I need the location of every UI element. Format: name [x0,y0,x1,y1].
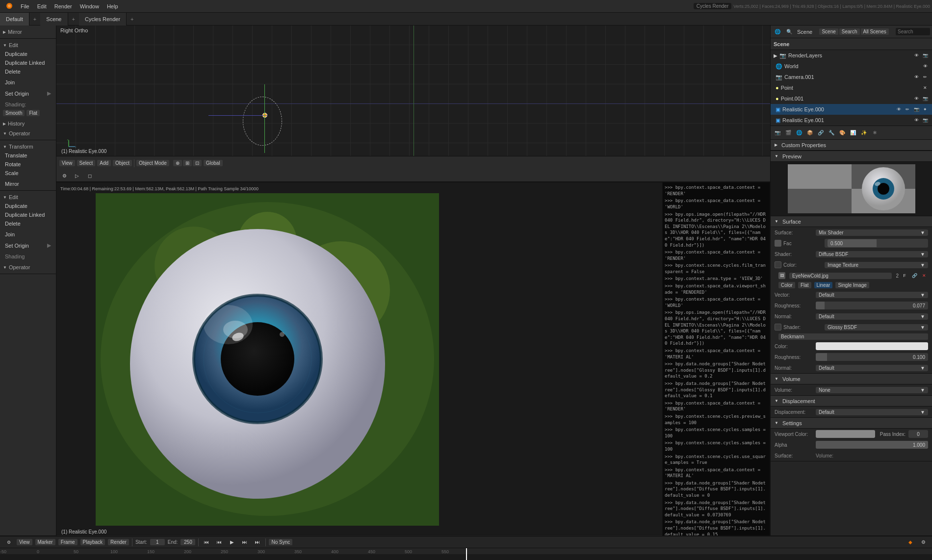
prop-texture-file-dropdown[interactable]: EyeNewCold.jpg [789,273,892,279]
tab-cycles[interactable]: Cycles Render [79,13,127,25]
menu-window[interactable]: Window [76,2,103,10]
prop-shader1-dropdown[interactable]: Diffuse BSDF ▼ [816,251,928,257]
prop-texture-edit-btn[interactable]: F [901,272,908,280]
outliner-action-pencil-5[interactable]: ✏ [904,105,911,113]
prop-flat-sub-btn[interactable]: Flat [798,282,811,288]
prop-color2-chip[interactable] [816,342,928,350]
timeline-step-back[interactable]: ⏮ [214,537,224,547]
menu-render[interactable]: Render [51,2,76,10]
timeline-end-val[interactable]: 250 [181,539,195,545]
sidebar-operator-top-header[interactable]: ▼ Operator [0,129,56,138]
timeline-track[interactable]: -50050100150200250300350400450500550 [0,548,932,560]
outliner-item-world[interactable]: 🌐 World 👁 [771,61,932,72]
sidebar-item-duplicate[interactable]: Duplicate [0,50,56,58]
rp-tab-scene[interactable]: Scene [819,28,838,35]
prop-volume-header[interactable]: ▼ Volume [771,374,932,384]
outliner-action-eye-2[interactable]: 👁 [912,73,920,81]
timeline-settings-icon[interactable]: ⚙ [918,537,928,547]
prop-fac-value[interactable]: 0.500 [825,239,928,248]
timeline-frame-btn[interactable]: Frame [58,539,78,545]
timeline-play[interactable]: ▶ [227,537,237,547]
top-global-btn[interactable]: Global [204,160,223,166]
tab-add-scene[interactable]: + [68,16,79,22]
prop-linear-sub-btn[interactable]: Linear [814,282,833,288]
timeline-skip-end[interactable]: ⏭ [253,537,262,547]
prop-icon-modifiers[interactable]: 🔧 [827,128,836,138]
prop-vector-dropdown[interactable]: Default ▼ [816,292,928,298]
timeline-view-btn[interactable]: View [17,539,32,545]
top-header-icon-1[interactable]: ⚙ [59,171,69,180]
outliner-item-point[interactable]: ● Point ✕ [771,82,932,93]
prop-surface-dropdown[interactable]: Mix Shader ▼ [816,229,928,236]
sidebar-item-join-bottom[interactable]: Join [0,230,56,239]
sidebar-item-rotate[interactable]: Rotate [0,160,56,169]
prop-icon-physics[interactable]: ⚛ [870,128,880,138]
texture-preview-icon[interactable]: 🖼 [778,272,785,279]
timeline-icon1[interactable]: ⚙ [4,537,14,547]
prop-icon-object[interactable]: 📦 [805,128,815,138]
sidebar-btn-smooth[interactable]: Smooth [3,110,25,116]
prop-shader2-dropdown[interactable]: Glossy BSDF ▼ [825,324,928,331]
sidebar-item-mirror[interactable]: Mirror [0,179,56,188]
prop-normal-dropdown[interactable]: Default ▼ [816,313,928,320]
rp-tab-search[interactable]: Search [839,28,860,35]
top-view-btn[interactable]: View [59,160,75,166]
sidebar-item-delete-top[interactable]: Delete [0,67,56,76]
top-object-btn[interactable]: Object [113,160,132,166]
timeline-marker-btn[interactable]: Marker [35,539,55,545]
rp-icon-search[interactable]: 🔍 [784,27,794,37]
prop-texture-x-btn[interactable]: ✕ [920,272,928,280]
top-header-icon-3[interactable]: ◻ [85,171,95,180]
sidebar-item-delete-bottom[interactable]: Delete [0,219,56,228]
prop-texture-link-btn[interactable]: 🔗 [910,272,918,280]
sidebar-item-set-origin-bottom[interactable]: Set Origin ▶ [0,241,56,250]
outliner-action-render-6[interactable]: 📷 [921,116,929,124]
prop-displacement-dropdown[interactable]: Default ▼ [816,409,928,415]
rp-tab-all[interactable]: All Scenes [861,28,889,35]
engine-selector[interactable]: Cycles Render [694,3,732,9]
prop-image-texture-dropdown[interactable]: Image Texture ▼ [825,262,928,268]
prop-color-sub-btn[interactable]: Color [778,282,795,288]
prop-alpha-slider[interactable]: 1.000 [816,441,928,449]
outliner-action-extra-5[interactable]: ✦ [921,105,929,113]
sidebar-btn-flat[interactable]: Flat [26,110,40,116]
prop-fac-checkbox[interactable] [775,240,781,247]
top-view-icon-3[interactable]: ⊡ [193,160,202,166]
prop-icon-particles[interactable]: ✨ [859,128,869,138]
tab-add-cycles[interactable]: + [127,16,137,22]
outliner-item-eye001[interactable]: ▣ Realistic Eye.001 👁 📷 [771,115,932,126]
sidebar-history-header[interactable]: ▶ History [0,119,56,128]
outliner-item-point001[interactable]: ● Point.001 👁 📷 [771,93,932,104]
prop-volume-dropdown[interactable]: None ▼ [816,387,928,393]
tab-scene[interactable]: Scene [40,13,68,25]
top-select-btn[interactable]: Select [77,160,96,166]
outliner-action-eye-5[interactable]: 👁 [895,105,903,113]
prop-viewport-color-chip[interactable] [816,430,875,438]
prop-pass-index-value[interactable]: 0 [908,430,928,438]
prop-singleimage-sub-btn[interactable]: Single Image [835,282,869,288]
prop-icon-world[interactable]: 🌐 [794,128,804,138]
prop-beckmann-btn[interactable]: Beckmann [778,333,928,340]
tab-default[interactable]: Default [0,13,29,25]
timeline-playback-btn[interactable]: Playback [80,539,105,545]
menu-edit[interactable]: Edit [33,2,51,10]
console-area[interactable]: >>> bpy.context.space_data.context = 'RE… [662,182,770,560]
prop-preview-header[interactable]: ▼ Preview [771,151,932,162]
outliner-action-pencil-2[interactable]: ✏ [921,73,929,81]
top-add-btn[interactable]: Add [97,160,111,166]
outliner-action-render-5[interactable]: 📷 [912,105,920,113]
sidebar-item-duplicate-linked-bottom[interactable]: Duplicate Linked [0,210,56,219]
prop-settings-header[interactable]: ▼ Settings [771,418,932,429]
outliner-action-eye-4[interactable]: 👁 [912,95,920,102]
sidebar-transform-header[interactable]: ▼ Transform [0,142,56,151]
sidebar-edit-bottom-header[interactable]: ▼ Edit [0,193,56,202]
timeline-keying-icon[interactable]: ◆ [906,537,915,547]
prop-color-checkbox[interactable] [775,261,781,268]
outliner-item-eye000[interactable]: ▣ Realistic Eye.000 👁 ✏ 📷 ✦ [771,104,932,115]
sidebar-item-duplicate-linked-top[interactable]: Duplicate Linked [0,58,56,67]
rp-search-input[interactable] [896,28,930,35]
prop-shader2-checkbox[interactable] [775,324,781,331]
sidebar-edit-top-header[interactable]: ▼ Edit [0,41,56,50]
top-header-icon-2[interactable]: ▷ [72,171,82,180]
menu-file[interactable]: File [17,2,33,10]
